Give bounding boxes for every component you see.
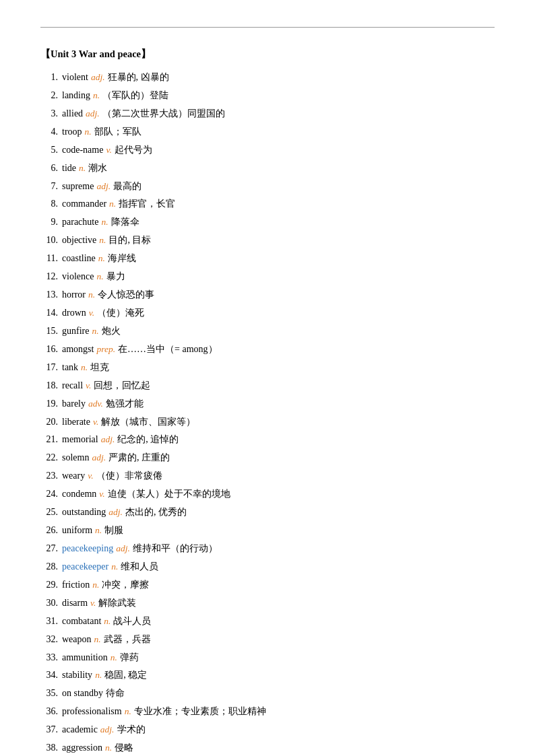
vocab-number: 22. — [40, 450, 62, 465]
vocab-pos: n. — [92, 324, 98, 339]
vocab-item-4: 4.troop n. 部队；军队 — [40, 125, 495, 139]
vocab-word: objective — [62, 233, 96, 248]
vocab-definition: 在……当中（= among） — [118, 342, 218, 357]
vocab-definition: 暴力 — [106, 269, 125, 284]
vocab-number: 28. — [40, 559, 62, 574]
vocab-definition: （使）非常疲倦 — [96, 469, 162, 483]
vocab-word: memorial — [62, 432, 98, 447]
vocab-item-23: 23.weary v. （使）非常疲倦 — [40, 469, 495, 483]
vocab-word: parachute — [62, 215, 98, 230]
vocab-item-6: 6.tide n. 潮水 — [40, 161, 495, 176]
vocab-word: peacekeeper — [62, 559, 108, 574]
vocab-definition: 解放（城市、国家等） — [101, 415, 195, 429]
vocab-item-25: 25.outstanding adj. 杰出的, 优秀的 — [40, 505, 495, 520]
vocab-definition: 坦克 — [90, 360, 109, 375]
vocab-item-10: 10.objective n. 目的, 目标 — [40, 233, 495, 248]
vocab-word: disarm — [62, 596, 88, 611]
vocab-number: 23. — [40, 469, 62, 483]
vocab-pos: n. — [109, 197, 116, 211]
vocab-item-5: 5.code-name v. 起代号为 — [40, 143, 495, 158]
vocab-number: 18. — [40, 378, 62, 393]
vocab-pos: n. — [98, 252, 105, 266]
vocab-item-16: 16.amongst prep. 在……当中（= among） — [40, 342, 495, 357]
vocab-pos: n. — [79, 162, 86, 176]
vocab-definition: 指挥官，长官 — [119, 197, 175, 211]
vocab-pos: n. — [101, 215, 108, 230]
vocab-definition: 武器，兵器 — [104, 632, 151, 647]
vocab-item-12: 12.violence n. 暴力 — [40, 269, 495, 284]
vocab-number: 5. — [40, 143, 62, 158]
vocab-word: solemn — [62, 450, 89, 465]
vocab-pos: n. — [94, 633, 101, 647]
vocab-word: recall — [62, 378, 83, 393]
vocab-word: liberate — [62, 415, 90, 429]
vocab-definition: 海岸线 — [108, 251, 136, 266]
vocab-word: professionalism — [62, 704, 122, 719]
vocab-word: violence — [62, 269, 94, 284]
vocab-definition: 专业水准；专业素质；职业精神 — [134, 704, 266, 719]
vocab-word: on standby — [62, 686, 103, 701]
vocab-number: 33. — [40, 650, 62, 665]
vocab-item-9: 9.parachute n. 降落伞 — [40, 215, 495, 230]
vocab-pos: n. — [88, 288, 95, 302]
vocab-item-38: 38.aggression n. 侵略 — [40, 741, 495, 755]
vocab-pos: v. — [89, 306, 94, 320]
vocab-word: troop — [62, 125, 82, 139]
vocab-number: 26. — [40, 523, 62, 538]
vocab-definition: 起代号为 — [115, 143, 152, 158]
vocab-definition: 冲突，摩擦 — [102, 578, 149, 592]
vocab-pos: n. — [95, 668, 102, 683]
vocab-item-26: 26.uniform n. 制服 — [40, 523, 495, 538]
vocab-definition: 维和人员 — [121, 559, 158, 574]
vocab-word: gunfire — [62, 324, 89, 339]
vocab-word: aggression — [62, 741, 102, 755]
vocab-word: ammunition — [62, 650, 108, 665]
vocab-number: 10. — [40, 233, 62, 248]
vocab-item-33: 33.ammunition n. 弹药 — [40, 650, 495, 665]
vocab-definition: 回想，回忆起 — [94, 378, 150, 393]
vocab-number: 17. — [40, 360, 62, 375]
vocab-pos: adj. — [116, 542, 130, 556]
vocab-item-29: 29.friction n. 冲突，摩擦 — [40, 578, 495, 592]
vocab-pos: v. — [90, 596, 96, 611]
vocab-number: 32. — [40, 632, 62, 647]
vocab-pos: n. — [99, 234, 106, 248]
vocab-definition: 待命 — [106, 686, 125, 701]
vocab-item-11: 11.coastline n. 海岸线 — [40, 251, 495, 266]
vocab-number: 6. — [40, 161, 62, 176]
vocab-number: 7. — [40, 179, 62, 194]
vocab-definition: 狂暴的, 凶暴的 — [108, 70, 169, 85]
vocab-pos: n. — [96, 270, 103, 284]
vocab-item-35: 35.on standby 待命 — [40, 686, 495, 701]
vocab-word: stability — [62, 668, 92, 683]
vocab-pos: v. — [88, 469, 93, 483]
vocab-item-37: 37.academic adj. 学术的 — [40, 722, 495, 737]
vocab-item-34: 34.stability n. 稳固, 稳定 — [40, 668, 495, 683]
vocab-number: 2. — [40, 88, 62, 103]
vocab-number: 16. — [40, 342, 62, 357]
vocab-number: 4. — [40, 125, 62, 139]
vocab-item-3: 3.allied adj. （第二次世界大战）同盟国的 — [40, 106, 495, 121]
vocab-item-28: 28.peacekeeper n. 维和人员 — [40, 559, 495, 574]
vocab-item-2: 2.landing n. （军队的）登陆 — [40, 88, 495, 103]
vocab-item-17: 17.tank n. 坦克 — [40, 360, 495, 375]
vocab-word: landing — [62, 88, 90, 103]
vocab-pos: n. — [92, 578, 99, 592]
vocab-pos: adj. — [92, 451, 106, 465]
vocab-pos: n. — [85, 125, 92, 139]
vocab-pos: adj. — [86, 107, 100, 121]
vocab-number: 19. — [40, 397, 62, 411]
vocabulary-list: 1.violent adj. 狂暴的, 凶暴的2.landing n. （军队的… — [40, 70, 495, 756]
vocab-word: violent — [62, 70, 88, 85]
vocab-word: weary — [62, 469, 85, 483]
vocab-item-14: 14.drown v. （使）淹死 — [40, 306, 495, 320]
vocab-word: barely — [62, 397, 86, 411]
vocab-definition: 解除武装 — [98, 596, 136, 611]
vocab-word: allied — [62, 106, 83, 121]
vocab-item-15: 15.gunfire n. 炮火 — [40, 324, 495, 339]
vocab-pos: n. — [104, 615, 111, 629]
vocab-definition: 稳固, 稳定 — [104, 668, 147, 683]
vocab-definition: 弹药 — [120, 650, 139, 665]
unit-title: 【Unit 3 War and peace】 — [40, 48, 495, 61]
vocab-pos: n. — [125, 705, 131, 719]
